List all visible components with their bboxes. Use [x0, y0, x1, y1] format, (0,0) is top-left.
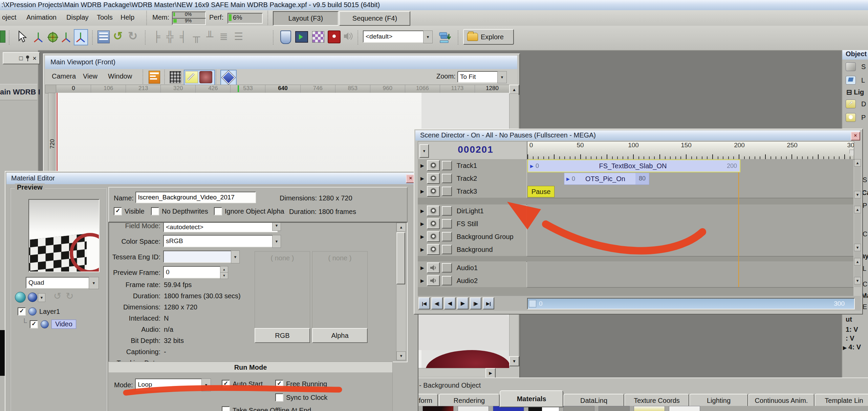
play-backward-button[interactable]: ◀ [444, 297, 456, 309]
track-row-label[interactable]: ▶ Track2 [418, 172, 526, 186]
align-top-icon[interactable]: ╥ [193, 31, 206, 42]
output-1-label[interactable]: 1: V [846, 326, 858, 333]
sidebar-item-label[interactable]: P [863, 202, 867, 210]
play-forward-button[interactable]: ▶ [457, 297, 469, 309]
material-editor-titlebar[interactable]: Material Editor × [6, 173, 415, 184]
track-row-label[interactable]: ▶ Background Group [418, 230, 526, 244]
clip-fs-textbox-slab-on[interactable]: ▶ 0 FS_TextBox_Slab_ON 200 [527, 159, 740, 172]
material-thumb[interactable] [422, 406, 454, 411]
expand-icon[interactable]: ▶ [420, 176, 424, 181]
mode-dropdown[interactable]: ▼ [201, 378, 211, 391]
video-checkbox[interactable]: ✓ [30, 320, 38, 328]
pause-marker[interactable]: Pause [527, 186, 555, 197]
vscroll-down-button[interactable]: ▼ [509, 356, 519, 366]
properties-scrollbar[interactable]: ▲ ▼ [396, 223, 406, 360]
track-slot[interactable] [442, 232, 452, 241]
track-slot[interactable] [442, 206, 452, 216]
expand-icon[interactable]: ▶ [420, 208, 424, 214]
no-depthwrites-checkbox[interactable] [151, 207, 159, 215]
scroll-down-button[interactable]: ▼ [854, 277, 861, 284]
scroll-up-button[interactable]: ▲ [854, 159, 861, 167]
output-3-label[interactable]: : V [846, 334, 854, 342]
timeline-lane[interactable] [527, 217, 853, 231]
expand-icon[interactable]: ▶ [420, 247, 424, 252]
preview-shape-combobox[interactable]: Quad [26, 277, 94, 288]
clip-ots-pic-on[interactable]: ▶ 0 OTS_Pic_On 80 [564, 173, 649, 185]
point-light-icon[interactable] [846, 113, 856, 122]
menu-project[interactable]: oject [2, 14, 16, 21]
tab-lighting[interactable]: Lighting [689, 394, 748, 407]
move-tool-icon[interactable] [32, 31, 44, 45]
properties-scroll-up[interactable]: ▲ [396, 223, 406, 232]
track-row-label[interactable]: ▶ Track1 [418, 159, 526, 173]
visibility-toggle[interactable] [427, 173, 440, 184]
track-row-label[interactable]: ▶ Background [418, 243, 526, 257]
object-sidebar-header[interactable]: Object [842, 50, 868, 60]
take-offline-checkbox[interactable] [222, 406, 230, 411]
pointer-tool-icon[interactable] [16, 30, 27, 45]
step-back-button[interactable]: ◀| [431, 297, 443, 309]
material-thumb[interactable] [669, 406, 700, 411]
align-middle-icon[interactable]: ≣ [219, 31, 234, 42]
tab-rendering[interactable]: Rendering [439, 394, 500, 407]
material-thumb[interactable] [634, 406, 665, 411]
field-mode-combobox[interactable]: <autodetect> [163, 222, 278, 232]
shade-mode-dropdown[interactable]: ▼ [38, 293, 45, 302]
track-row-label[interactable]: ▶ Audio1 [418, 261, 526, 275]
layer1-checkbox[interactable]: ✓ [18, 307, 26, 316]
step-forward-button[interactable]: |▶ [470, 297, 481, 309]
scrollbar-thumb[interactable] [529, 300, 536, 307]
expand-icon[interactable]: ▶ [420, 163, 424, 168]
sidebar-item-label[interactable]: E [863, 303, 867, 311]
sync-clock-row[interactable]: Sync to Clock [275, 393, 327, 402]
track-slot[interactable] [442, 219, 452, 229]
pin-icon[interactable] [26, 56, 29, 61]
director-dropdown-button[interactable]: ▼ [419, 144, 429, 158]
scroll-down-button[interactable]: ▼ [854, 244, 861, 251]
scroll-down-button[interactable]: ▼ [854, 191, 861, 198]
expand-icon[interactable]: ▶ [420, 189, 424, 194]
timeline-lane[interactable] [527, 204, 853, 218]
safe-area-icon[interactable] [199, 71, 212, 83]
redo-icon[interactable]: ↻ [128, 29, 138, 43]
free-running-row[interactable]: ✓ Free Running [275, 380, 327, 388]
playhead-line[interactable] [738, 159, 739, 287]
sidebar-item-label[interactable]: C [863, 280, 867, 288]
timeline-scrollbar[interactable]: 0 300 [527, 298, 855, 309]
zoom-dropdown[interactable]: ▼ [497, 71, 507, 83]
collapse-icon[interactable]: ⊟ [846, 88, 852, 96]
field-mode-dropdown[interactable]: ▼ [272, 222, 281, 231]
timeline-ruler[interactable]: 0 50 100 150 200 250 30 [527, 141, 854, 160]
tab-texture-coords[interactable]: Texture Coords [624, 394, 689, 407]
close-button[interactable]: × [851, 132, 860, 140]
preview-frame-down[interactable]: ▼ [220, 272, 228, 279]
ignore-object-alpha-checkbox[interactable] [214, 207, 222, 215]
track-slot[interactable] [442, 161, 452, 170]
hscroll-right-button[interactable]: ▶ [485, 368, 496, 378]
material-name-input[interactable] [135, 192, 256, 203]
menu-animation[interactable]: Animation [26, 14, 57, 21]
visibility-toggle[interactable] [427, 218, 440, 229]
pen-tool-icon[interactable] [185, 71, 198, 83]
undo-icon[interactable]: ↺ [113, 29, 123, 43]
expand-icon[interactable]: ▶ [420, 265, 424, 271]
scene-director-titlebar[interactable]: Scene Director - On - All - No Pauses (F… [415, 130, 860, 140]
sync-to-clock-checkbox[interactable] [275, 393, 283, 402]
scroll-up-button[interactable]: ▲ [854, 206, 861, 213]
visibility-toggle[interactable] [427, 206, 440, 216]
directional-light-icon[interactable]: ↗ [846, 100, 856, 108]
viewport-menu-camera[interactable]: Camera [52, 72, 76, 80]
audio-monitor-icon[interactable] [343, 32, 353, 42]
tab-continuous-anim[interactable]: Continuous Anim. [748, 394, 815, 407]
material-thumb[interactable] [563, 406, 594, 411]
expand-icon[interactable]: ▶ [420, 278, 424, 283]
expand-icon[interactable]: ▶ [843, 345, 847, 350]
rgb-band[interactable]: RGB [255, 328, 310, 343]
track-slot[interactable] [442, 276, 452, 285]
audio-toggle[interactable] [427, 275, 440, 286]
timeline-lane[interactable] [527, 261, 853, 275]
preset-combobox-dropdown[interactable]: ▼ [423, 30, 433, 43]
track-slot[interactable] [442, 187, 452, 196]
visibility-toggle[interactable] [427, 244, 440, 255]
object-type-icon[interactable] [846, 62, 856, 71]
